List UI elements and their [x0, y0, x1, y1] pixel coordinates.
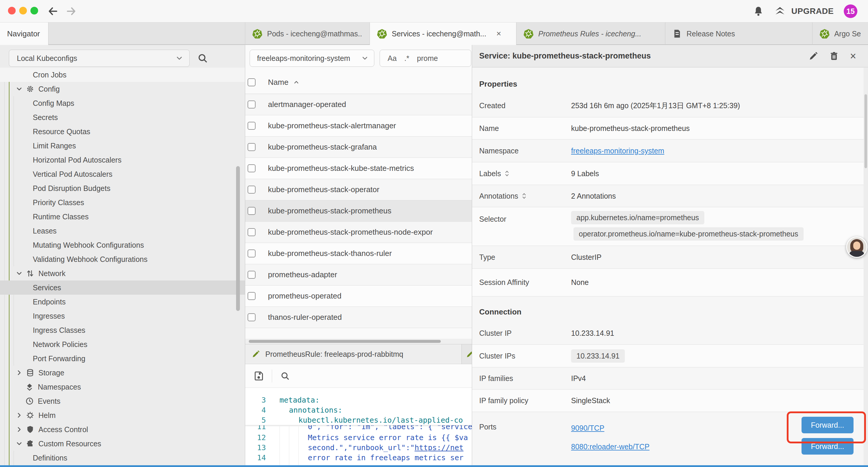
- table-horizontal-scrollbar[interactable]: [245, 339, 472, 344]
- chevron-right-icon[interactable]: [16, 411, 23, 419]
- namespace-link[interactable]: freeleaps-monitoring-system: [571, 147, 664, 155]
- table-row[interactable]: kube-prometheus-stack-operator: [245, 179, 472, 200]
- macos-zoom-button[interactable]: [30, 7, 38, 14]
- sidebar-item-definitions[interactable]: Definitions: [0, 451, 245, 465]
- table-row[interactable]: prometheus-adapter: [245, 264, 472, 286]
- tab-pods[interactable]: Pods - icecheng@mathmas...: [245, 23, 370, 45]
- edit-pencil-icon[interactable]: [809, 52, 818, 61]
- select-all-checkbox[interactable]: [248, 78, 255, 86]
- row-checkbox[interactable]: [248, 228, 255, 236]
- sidebar-item-limit-ranges[interactable]: Limit Ranges: [0, 139, 245, 153]
- match-case-toggle[interactable]: Aa: [388, 54, 397, 63]
- sidebar-item-cron-jobs[interactable]: Cron Jobs: [0, 68, 245, 82]
- save-icon[interactable]: [253, 371, 264, 381]
- table-row[interactable]: alertmanager-operated: [245, 94, 472, 115]
- chevron-down-icon[interactable]: [16, 85, 23, 93]
- tab-release-notes[interactable]: Release Notes: [665, 23, 812, 45]
- editor-search-icon[interactable]: [280, 371, 290, 381]
- tab-editor-partial[interactable]: [462, 344, 472, 364]
- chevron-down-icon[interactable]: [16, 269, 23, 277]
- code-url[interactable]: https://net: [414, 443, 464, 452]
- row-checkbox[interactable]: [248, 185, 255, 194]
- sidebar-item-namespaces[interactable]: Namespaces: [0, 380, 245, 394]
- sidebar-item-storage[interactable]: Storage: [0, 366, 245, 380]
- sidebar-item-services[interactable]: Services: [0, 281, 245, 295]
- sidebar-item-priority-classes[interactable]: Priority Classes: [0, 195, 245, 209]
- upgrade-button[interactable]: UPGRADE: [774, 5, 834, 17]
- sidebar-item-vertical-pod-autoscalers[interactable]: Vertical Pod Autoscalers: [0, 167, 245, 181]
- row-checkbox[interactable]: [248, 143, 255, 151]
- sidebar-item-resource-quotas[interactable]: Resource Quotas: [0, 124, 245, 139]
- sidebar-item-config[interactable]: Config: [0, 82, 245, 96]
- notification-count-badge[interactable]: 15: [844, 4, 857, 18]
- sidebar-item-runtime-classes[interactable]: Runtime Classes: [0, 209, 245, 224]
- chevron-right-icon[interactable]: [16, 369, 23, 377]
- macos-close-button[interactable]: [8, 7, 16, 14]
- sidebar-item-validating-webhook-configurations[interactable]: Validating Webhook Configurations: [0, 252, 245, 266]
- sidebar-item-events[interactable]: Events: [0, 394, 245, 408]
- sidebar-item-ingress-classes[interactable]: Ingress Classes: [0, 323, 245, 337]
- macos-minimize-button[interactable]: [19, 7, 27, 14]
- sidebar-item-leases[interactable]: Leases: [0, 224, 245, 238]
- regex-toggle[interactable]: .*: [404, 54, 409, 63]
- yaml-editor[interactable]: 110", "for": "1m", "labels": { "service"…: [245, 388, 472, 465]
- row-checkbox[interactable]: [248, 100, 255, 109]
- sidebar-item-pod-disruption-budgets[interactable]: Pod Disruption Budgets: [0, 181, 245, 195]
- sidebar-item-custom-resources[interactable]: Custom Resources: [0, 437, 245, 451]
- row-checkbox[interactable]: [248, 207, 255, 215]
- expand-collapse-icon[interactable]: [522, 192, 526, 200]
- table-row-selected[interactable]: kube-prometheus-stack-prometheus: [245, 200, 472, 222]
- tab-close-icon[interactable]: ×: [496, 29, 501, 38]
- table-row[interactable]: kube-prometheus-stack-grafana: [245, 137, 472, 158]
- kubeconfig-selector[interactable]: Local Kubeconfigs: [9, 50, 190, 67]
- sidebar-scrollbar[interactable]: [236, 166, 240, 311]
- sidebar-item-mutating-webhook-configurations[interactable]: Mutating Webhook Configurations: [0, 238, 245, 252]
- sidebar-item-endpoints[interactable]: Endpoints: [0, 295, 245, 309]
- table-row[interactable]: thanos-ruler-operated: [245, 307, 472, 328]
- delete-trash-icon[interactable]: [829, 52, 839, 61]
- row-checkbox[interactable]: [248, 250, 255, 258]
- table-row[interactable]: prometheus-operated: [245, 286, 472, 307]
- row-checkbox[interactable]: [248, 271, 255, 279]
- sidebar-item-secrets[interactable]: Secrets: [0, 110, 245, 124]
- sidebar-item-access-control[interactable]: Access Control: [0, 422, 245, 437]
- scrollbar-thumb[interactable]: [249, 340, 441, 343]
- notifications-bell-icon[interactable]: [753, 6, 764, 17]
- sidebar-item-network[interactable]: Network: [0, 266, 245, 281]
- sidebar-item-helm[interactable]: Helm: [0, 408, 245, 422]
- column-header-name[interactable]: Name: [268, 78, 288, 87]
- row-checkbox[interactable]: [248, 122, 255, 130]
- panel-close-icon[interactable]: ×: [850, 51, 856, 61]
- user-avatar[interactable]: [846, 236, 867, 258]
- tab-prometheus-rules[interactable]: Prometheus Rules - icecheng...: [517, 23, 665, 45]
- row-checkbox[interactable]: [248, 313, 255, 321]
- chevron-right-icon[interactable]: [16, 426, 23, 433]
- forward-arrow-icon[interactable]: [66, 6, 77, 17]
- sidebar-search-icon[interactable]: [197, 53, 208, 63]
- chevron-down-icon[interactable]: [16, 440, 23, 447]
- tab-argo[interactable]: Argo Se: [812, 23, 868, 45]
- tab-navigator[interactable]: Navigator: [0, 23, 49, 45]
- table-row[interactable]: kube-prometheus-stack-alertmanager: [245, 115, 472, 137]
- table-row[interactable]: kube-prometheus-stack-thanos-ruler: [245, 243, 472, 264]
- detail-scrollbar-track[interactable]: [864, 68, 868, 465]
- list-search-input[interactable]: Aa .* prome: [380, 50, 471, 67]
- tab-prometheusrule-editor[interactable]: PrometheusRule: freeleaps-prod-rabbitmq: [245, 344, 462, 364]
- sidebar-item-network-policies[interactable]: Network Policies: [0, 337, 245, 351]
- table-row[interactable]: kube-prometheus-stack-kube-state-metrics: [245, 158, 472, 179]
- row-checkbox[interactable]: [248, 164, 255, 172]
- namespace-selector[interactable]: freeleaps-monitoring-system: [250, 50, 374, 67]
- sort-ascending-icon[interactable]: [292, 79, 300, 86]
- detail-scrollbar-thumb[interactable]: [864, 94, 867, 168]
- row-checkbox[interactable]: [248, 292, 255, 300]
- sidebar-item-config-maps[interactable]: Config Maps: [0, 96, 245, 110]
- sidebar-item-port-forwarding[interactable]: Port Forwarding: [0, 351, 245, 366]
- sidebar-item-horizontal-pod-autoscalers[interactable]: Horizontal Pod Autoscalers: [0, 153, 245, 167]
- back-arrow-icon[interactable]: [47, 6, 59, 17]
- table-row[interactable]: kube-prometheus-stack-prometheus-node-ex…: [245, 222, 472, 243]
- port-link-9090[interactable]: 9090/TCP: [571, 424, 604, 432]
- expand-collapse-icon[interactable]: [505, 170, 509, 177]
- tab-services[interactable]: Services - icecheng@math... ×: [370, 23, 517, 45]
- sidebar-item-ingresses[interactable]: Ingresses: [0, 309, 245, 323]
- port-link-8080[interactable]: 8080:reloader-web/TCP: [571, 442, 649, 451]
